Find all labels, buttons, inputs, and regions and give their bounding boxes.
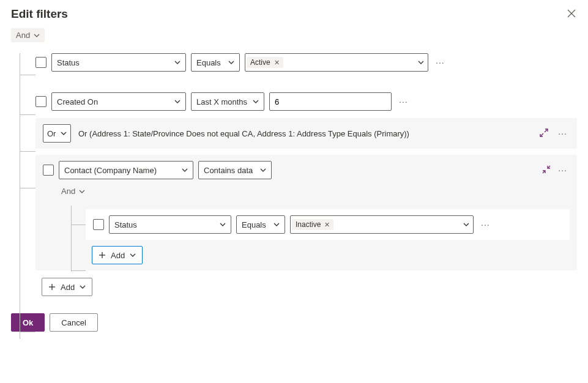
filter-tree: Status Equals Active ✕ ··· Created On La…	[11, 53, 577, 296]
cancel-button[interactable]: Cancel	[50, 313, 97, 332]
value-tag: Active ✕	[247, 57, 283, 68]
inner-group-label: And	[61, 187, 75, 196]
chevron-down-icon	[260, 167, 266, 173]
root-group-selector[interactable]: And	[11, 28, 45, 42]
related-entity-block: Contact (Company Name) Contains data ···…	[35, 155, 577, 270]
row-checkbox[interactable]	[93, 219, 104, 230]
add-filter-button[interactable]: Add	[92, 246, 143, 264]
field-select[interactable]: Status	[109, 215, 231, 234]
ok-button[interactable]: Ok	[11, 313, 45, 332]
operator-select[interactable]: Equals	[236, 215, 285, 234]
field-select[interactable]: Created On	[51, 92, 186, 111]
chevron-down-icon	[174, 99, 180, 105]
row-more-icon[interactable]: ···	[396, 97, 411, 106]
filter-row: Status Equals Active ✕ ···	[35, 53, 577, 72]
add-button-label: Add	[61, 283, 75, 292]
field-select[interactable]: Status	[51, 53, 186, 72]
close-icon[interactable]	[567, 9, 577, 19]
row-checkbox[interactable]	[43, 165, 54, 176]
chevron-down-icon	[253, 99, 259, 105]
chevron-down-icon	[34, 32, 40, 39]
dialog-header: Edit filters	[11, 7, 577, 21]
tree-connector	[20, 332, 35, 332]
value-tag-label: Inactive	[296, 220, 321, 229]
remove-tag-icon[interactable]: ✕	[274, 59, 280, 67]
chevron-down-icon	[228, 59, 234, 65]
tree-connector	[20, 53, 20, 339]
collapse-icon[interactable]	[542, 165, 551, 176]
chevron-down-icon	[79, 188, 85, 195]
chevron-down-icon	[130, 252, 136, 258]
dialog-title: Edit filters	[11, 7, 68, 21]
tree-connector	[20, 151, 35, 152]
or-group-label: Or	[47, 129, 57, 138]
chevron-down-icon	[182, 167, 188, 173]
or-group-selector[interactable]: Or	[43, 124, 71, 143]
row-checkbox[interactable]	[35, 57, 47, 68]
tree-connector	[20, 188, 35, 188]
group-more-icon[interactable]: ···	[556, 128, 570, 138]
operator-label: Equals	[242, 220, 270, 229]
chevron-down-icon	[80, 284, 86, 290]
or-group-summary: Or (Address 1: State/Province Does not e…	[78, 129, 532, 138]
operator-label: Equals	[196, 58, 225, 67]
value-tagbox[interactable]: Inactive ✕	[290, 215, 474, 234]
row-more-icon[interactable]: ···	[478, 220, 493, 229]
nested-filter-row: Status Equals Inactive ✕	[86, 209, 570, 240]
operator-label: Last X months	[196, 97, 249, 106]
expand-icon[interactable]	[540, 128, 548, 139]
add-button-label: Add	[111, 251, 125, 260]
operator-select[interactable]: Last X months	[191, 92, 264, 111]
field-label: Created On	[57, 97, 171, 106]
root-group-label: And	[16, 31, 30, 40]
plus-icon	[48, 283, 56, 291]
field-label: Status	[57, 58, 171, 67]
tree-connector	[20, 114, 35, 115]
chevron-down-icon	[418, 59, 424, 65]
inner-group-selector[interactable]: And	[61, 185, 85, 197]
value-tag-label: Active	[250, 58, 270, 67]
chevron-down-icon	[220, 221, 226, 228]
plus-icon	[99, 251, 106, 259]
group-more-icon[interactable]: ···	[556, 165, 570, 175]
tree-connector	[71, 270, 86, 271]
related-field-label: Contact (Company Name)	[64, 166, 178, 175]
value-tag: Inactive ✕	[292, 219, 333, 230]
related-field-select[interactable]: Contact (Company Name)	[59, 161, 193, 179]
filter-row: Created On Last X months ···	[35, 92, 577, 111]
row-more-icon[interactable]: ···	[433, 58, 447, 67]
tree-connector	[71, 225, 86, 225]
svg-line-2	[540, 133, 543, 136]
svg-line-3	[545, 129, 548, 132]
field-label: Status	[114, 220, 216, 229]
tree-connector	[20, 75, 35, 75]
remove-tag-icon[interactable]: ✕	[324, 221, 330, 229]
value-tagbox[interactable]: Active ✕	[245, 53, 428, 72]
chevron-down-icon	[61, 130, 67, 136]
chevron-down-icon	[463, 221, 469, 228]
related-subtree: Status Equals Inactive ✕	[67, 209, 570, 264]
or-group-block: Or Or (Address 1: State/Province Does no…	[35, 118, 577, 149]
tree-connector	[71, 206, 72, 272]
chevron-down-icon	[174, 59, 180, 65]
chevron-down-icon	[274, 221, 280, 228]
related-operator-label: Contains data	[204, 166, 256, 175]
add-filter-button[interactable]: Add	[42, 278, 92, 296]
operator-select[interactable]: Equals	[191, 53, 240, 72]
dialog-footer: Ok Cancel	[11, 313, 577, 332]
row-checkbox[interactable]	[35, 96, 47, 107]
value-input[interactable]	[269, 92, 392, 111]
related-operator-select[interactable]: Contains data	[198, 161, 272, 179]
